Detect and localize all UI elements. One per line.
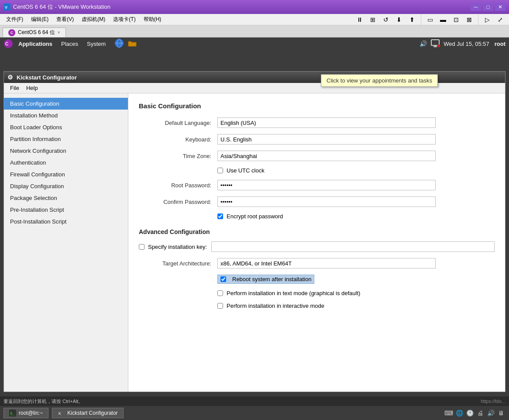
confirm-password-input[interactable] — [217, 196, 436, 207]
specify-key-checkbox[interactable] — [139, 244, 144, 250]
sidebar-item-authentication[interactable]: Authentication — [4, 157, 128, 169]
toolbar-btn-2[interactable]: ⊞ — [367, 14, 379, 26]
kickstart-taskbar-item[interactable]: K Kickstart Configurator — [52, 408, 123, 418]
menu-tabs[interactable]: 选项卡(T) — [110, 15, 139, 24]
centos-icon: C — [8, 29, 15, 36]
toolbar-btn-7[interactable]: ▬ — [437, 14, 449, 26]
menu-edit[interactable]: 编辑(E) — [28, 15, 52, 24]
encrypt-root-label: Encrypt root password — [227, 213, 283, 220]
menu-help[interactable]: 帮助(H) — [140, 15, 165, 24]
sidebar-item-boot-loader-options[interactable]: Boot Loader Options — [4, 121, 128, 133]
encrypt-root-checkbox[interactable] — [217, 213, 223, 219]
sidebar-item-basic-configuration[interactable]: Basic Configuration — [4, 98, 128, 110]
folder-icon[interactable] — [127, 38, 137, 49]
toolbar-btn-5[interactable]: ⬆ — [406, 14, 418, 26]
window-controls: ─ □ ✕ — [471, 3, 506, 11]
menu-vm[interactable]: 虚拟机(M) — [78, 15, 109, 24]
vmware-icon: V — [3, 3, 10, 10]
toolbar-btn-10[interactable]: ▷ — [481, 14, 493, 26]
app-menu-file[interactable]: File — [7, 84, 23, 92]
reboot-checkbox[interactable] — [220, 276, 226, 282]
section-title: Basic Configuration — [139, 102, 495, 110]
keyboard-layout-icon[interactable]: ⌨ — [444, 409, 453, 417]
sidebar-item-partition-information[interactable]: Partition Information — [4, 133, 128, 145]
tooltip-text: Click to view your appointments and task… — [327, 77, 432, 84]
toolbar-btn-6[interactable]: ▭ — [424, 14, 436, 26]
target-arch-row: Target Architecture: — [139, 258, 495, 269]
sidebar-item-package-selection[interactable]: Package Selection — [4, 192, 128, 204]
toolbar-fullscreen[interactable]: ⤢ — [494, 14, 506, 26]
utc-clock-row: Use UTC clock — [139, 167, 495, 174]
text-mode-checkbox[interactable] — [217, 290, 223, 296]
app-content: Basic Configuration Installation Method … — [4, 93, 505, 392]
minimize-button[interactable]: ─ — [471, 3, 481, 11]
timezone-input[interactable] — [217, 151, 436, 161]
toolbar-btn-3[interactable]: ↺ — [380, 14, 392, 26]
sidebar-label-installation-method: Installation Method — [10, 112, 58, 119]
svg-text:V: V — [5, 5, 7, 10]
default-language-row: Default Language: — [139, 117, 495, 128]
svg-text:$_: $_ — [10, 411, 15, 416]
text-mode-row: Perform installation in text mode (graph… — [139, 290, 495, 296]
target-arch-input[interactable] — [217, 258, 436, 269]
utc-clock-checkbox[interactable] — [217, 168, 223, 173]
gnome-bar: C Applications Places System 🔊 Wed Jul 1… — [0, 38, 509, 50]
advanced-title: Advanced Configuration — [139, 228, 495, 235]
network-status-icon[interactable]: 🌐 — [455, 409, 464, 417]
pause-button[interactable]: ⏸ — [354, 14, 366, 26]
confirm-password-row: Confirm Password: — [139, 196, 495, 207]
default-language-input[interactable] — [217, 117, 436, 128]
sidebar-item-pre-installation-script[interactable]: Pre-Installation Script — [4, 204, 128, 216]
sidebar-item-installation-method[interactable]: Installation Method — [4, 110, 128, 121]
menu-view[interactable]: 查看(V) — [53, 15, 77, 24]
tab-bar: C CentOS 6 64 位 × — [0, 25, 509, 38]
terminal-icon: $_ — [9, 410, 16, 417]
terminal-taskbar-item[interactable]: $_ root@lin:~ — [3, 408, 48, 418]
vm-tab[interactable]: C CentOS 6 64 位 × — [3, 28, 66, 37]
keyboard-input[interactable] — [217, 134, 436, 145]
toolbar-btn-8[interactable]: ⊡ — [450, 14, 462, 26]
utc-clock-label: Use UTC clock — [227, 167, 265, 174]
gnome-applications-menu[interactable]: Applications — [15, 40, 56, 48]
kickstart-label: Kickstart Configurator — [67, 410, 117, 416]
sidebar-label-display-configuration: Display Configuration — [10, 183, 64, 189]
sidebar-label-network-configuration: Network Configuration — [10, 148, 66, 154]
sidebar-item-display-configuration[interactable]: Display Configuration — [4, 180, 128, 192]
close-button[interactable]: ✕ — [495, 3, 506, 11]
gnome-clock[interactable]: Wed Jul 15, 05:57 — [444, 41, 489, 47]
timezone-label: Time Zone: — [139, 153, 217, 159]
sidebar-item-network-configuration[interactable]: Network Configuration — [4, 145, 128, 157]
root-password-input[interactable] — [217, 180, 436, 190]
toolbar-btn-4[interactable]: ⬇ — [393, 14, 405, 26]
app-menu-help[interactable]: Help — [23, 84, 41, 92]
keyboard-label: Keyboard: — [139, 136, 217, 143]
tab-close-button[interactable]: × — [58, 30, 60, 35]
specify-key-row: Specify installation key: — [139, 241, 495, 252]
root-password-label: Root Password: — [139, 182, 217, 189]
specify-key-label: Specify installation key: — [148, 244, 207, 250]
taskbar: $_ root@lin:~ K Kickstart Configurator ⌨… — [0, 406, 509, 420]
network-icon[interactable] — [114, 38, 124, 49]
volume-icon[interactable]: 🔊 — [420, 40, 427, 47]
centos-logo: C — [3, 39, 13, 48]
menu-file[interactable]: 文件(F) — [3, 15, 27, 24]
specify-key-input[interactable] — [211, 241, 495, 252]
app-window: ⚙ Kickstart Configurator File Help Basic… — [3, 71, 506, 392]
svg-text:C: C — [5, 41, 8, 46]
clock-icon[interactable]: 🕐 — [465, 409, 474, 417]
toolbar-separator — [421, 14, 421, 25]
interactive-checkbox[interactable] — [217, 303, 223, 309]
maximize-button[interactable]: □ — [483, 3, 493, 11]
gnome-places-menu[interactable]: Places — [58, 40, 82, 48]
printer-icon[interactable]: 🖨 — [476, 409, 485, 417]
desktop-icon[interactable]: 🖥 — [497, 409, 506, 417]
sidebar-item-firewall-configuration[interactable]: Firewall Configuration — [4, 169, 128, 180]
taskbar-icons: ⌨ 🌐 🕐 🖨 🔊 🖥 — [444, 409, 506, 417]
display-icon[interactable] — [430, 38, 440, 49]
gnome-system-menu[interactable]: System — [83, 40, 109, 48]
volume-taskbar-icon[interactable]: 🔊 — [486, 409, 495, 417]
timezone-row: Time Zone: — [139, 151, 495, 161]
target-arch-label: Target Architecture: — [139, 260, 217, 267]
sidebar-item-post-installation-script[interactable]: Post-Installation Script — [4, 216, 128, 227]
toolbar-btn-9[interactable]: ⊠ — [463, 14, 475, 26]
